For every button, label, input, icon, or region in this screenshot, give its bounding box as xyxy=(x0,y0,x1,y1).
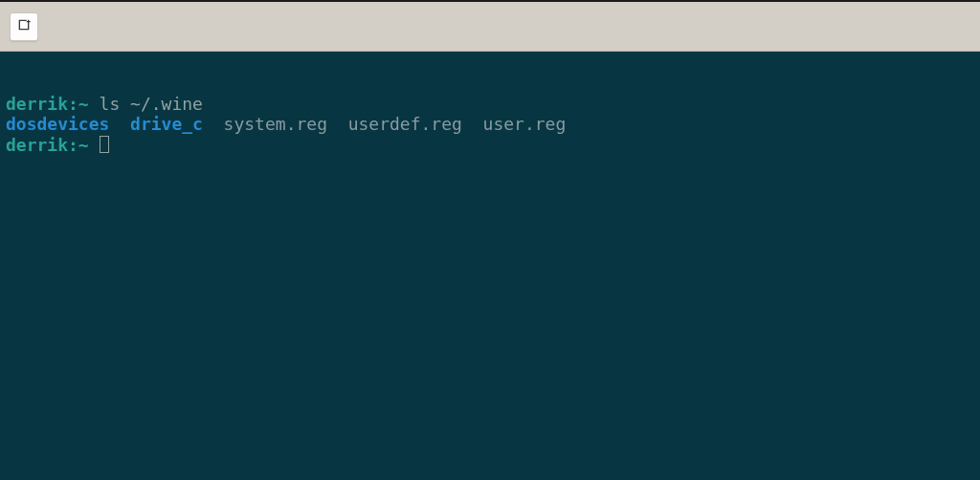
ls-entry-dosdevices: dosdevices xyxy=(6,114,109,134)
ls-entry-system-reg: system.reg xyxy=(224,114,327,134)
prompt-text: derrik:~ xyxy=(6,135,89,155)
terminal-line-1: derrik:~ ls ~/.wine xyxy=(6,95,974,115)
terminal-line-3: derrik:~ xyxy=(6,135,974,156)
command-text: ls ~/.wine xyxy=(89,94,203,114)
terminal-body[interactable]: derrik:~ ls ~/.winedosdevices drive_c sy… xyxy=(0,52,980,480)
terminal-window: derrik:~ ls ~/.winedosdevices drive_c sy… xyxy=(0,0,980,480)
ls-entry-userdef-reg: userdef.reg xyxy=(348,114,462,134)
window-titlebar xyxy=(0,2,980,52)
terminal-cursor xyxy=(100,136,109,153)
terminal-line-2: dosdevices drive_c system.reg userdef.re… xyxy=(6,115,974,135)
new-tab-icon xyxy=(16,17,32,36)
ls-entry-drive-c: drive_c xyxy=(130,114,203,134)
new-tab-button[interactable] xyxy=(10,12,38,41)
prompt-text: derrik:~ xyxy=(6,94,89,114)
ls-entry-user-reg: user.reg xyxy=(483,114,567,134)
